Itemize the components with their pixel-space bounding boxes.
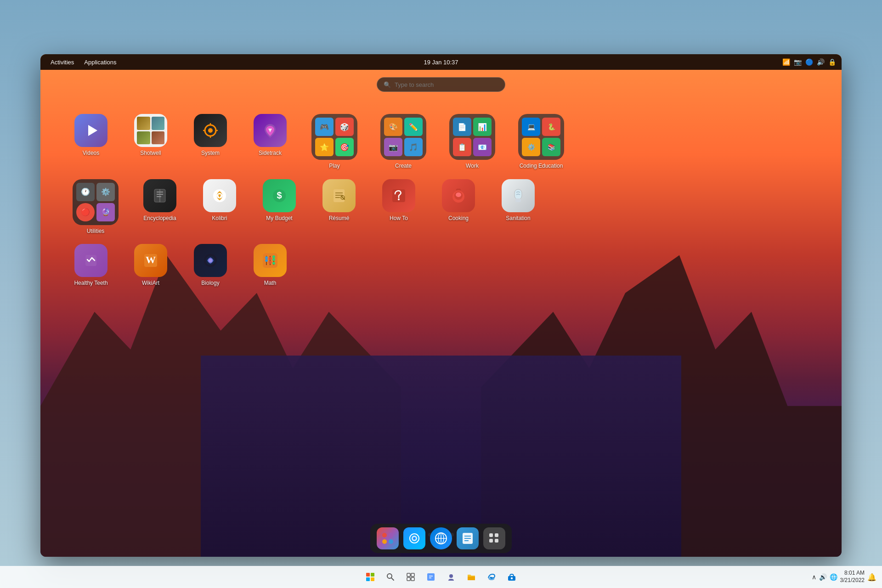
applications-menu[interactable]: Applications — [79, 57, 121, 68]
dock-notes[interactable] — [457, 527, 479, 549]
app-grid: Videos Shotwell — [40, 105, 842, 520]
app-sidetrack[interactable]: Sidetrack — [247, 114, 293, 157]
app-create[interactable]: 🎨 ✏️ 📷 🎵 Create — [376, 114, 431, 170]
notification-icon[interactable]: 🔔 — [867, 573, 876, 582]
app-videos[interactable]: Videos — [68, 114, 114, 157]
gnome-topbar-center: 19 Jan 10:37 — [424, 59, 458, 66]
svg-rect-72 — [411, 573, 414, 577]
app-resume[interactable]: Résumé — [316, 179, 362, 222]
app-howto[interactable]: How To — [376, 179, 422, 222]
app-play[interactable]: 🎮 🎲 ⭐ 🎯 Play — [307, 114, 362, 170]
search-bar[interactable]: 🔍 — [377, 77, 505, 92]
svg-point-27 — [398, 198, 400, 200]
taskbar-volume: 🔊 — [819, 573, 827, 581]
app-cooking-label: Cooking — [448, 215, 469, 222]
svg-point-52 — [382, 539, 387, 544]
app-healthyteeth[interactable]: Healthy Teeth — [68, 244, 114, 287]
app-sanitation-label: Sanitation — [506, 215, 530, 222]
app-howto-label: How To — [390, 215, 408, 222]
bluetooth-icon: 🔵 — [805, 58, 813, 66]
svg-rect-65 — [489, 533, 493, 537]
svg-point-80 — [491, 577, 492, 579]
search-container: 🔍 — [377, 77, 505, 92]
gnome-topbar: Activities Applications 19 Jan 10:37 📶 📷… — [40, 54, 842, 70]
taskbar-search[interactable] — [381, 568, 400, 586]
taskbar: ∧ 🔊 🌐 8:01 AM 3/21/2022 🔔 — [0, 566, 882, 588]
app-wikiart-label: WikiArt — [142, 280, 159, 287]
app-system-label: System — [201, 150, 220, 157]
app-play-label: Play — [329, 163, 339, 170]
dock-grid[interactable] — [483, 527, 505, 549]
app-kolibri[interactable]: Kolibri — [197, 179, 243, 222]
dock-plasma[interactable] — [403, 527, 425, 549]
app-sidetrack-label: Sidetrack — [259, 150, 282, 157]
dock — [370, 524, 512, 553]
app-math-label: Math — [264, 280, 277, 287]
svg-rect-74 — [411, 577, 414, 581]
svg-rect-79 — [468, 577, 475, 580]
svg-point-30 — [456, 192, 461, 197]
svg-point-51 — [389, 533, 393, 537]
svg-line-70 — [391, 578, 394, 580]
svg-point-49 — [272, 262, 275, 265]
app-coding-education[interactable]: 💻 🐍 ⚙️ 📚 Coding Education — [514, 114, 569, 170]
lock-icon: 🔒 — [828, 58, 836, 66]
app-math[interactable]: Math — [247, 244, 293, 287]
explorer-button[interactable] — [462, 568, 481, 586]
app-work-label: Work — [466, 163, 479, 170]
app-utilities-label: Utilities — [87, 228, 105, 235]
svg-point-47 — [272, 255, 275, 258]
svg-text:W: W — [146, 254, 156, 266]
app-biology-label: Biology — [201, 280, 219, 287]
chat-button[interactable] — [442, 568, 460, 586]
svg-point-43 — [265, 256, 268, 259]
app-shotwell[interactable]: Shotwell — [128, 114, 174, 157]
volume-icon: 🔊 — [817, 58, 825, 66]
start-button[interactable] — [361, 568, 379, 586]
app-mybudget-label: My Budget — [266, 215, 292, 222]
svg-rect-67 — [489, 539, 493, 543]
taskbar-system-icons[interactable]: ∧ 🔊 🌐 — [812, 573, 837, 581]
app-cooking[interactable]: Cooking — [435, 179, 481, 222]
app-videos-label: Videos — [83, 150, 99, 157]
activities-menu[interactable]: Activities — [46, 57, 79, 68]
svg-point-45 — [269, 257, 271, 260]
taskbar-right: ∧ 🔊 🌐 8:01 AM 3/21/2022 🔔 — [812, 570, 876, 584]
taskview-button[interactable] — [401, 568, 420, 586]
camera-icon: 📷 — [794, 58, 802, 66]
search-icon: 🔍 — [384, 81, 391, 88]
taskbar-network: 🌐 — [830, 573, 837, 581]
widgets-button[interactable] — [422, 568, 440, 586]
app-biology[interactable]: Biology — [187, 244, 233, 287]
dock-appstore[interactable] — [377, 527, 399, 549]
svg-text:$: $ — [277, 190, 282, 200]
taskbar-clock[interactable]: 8:01 AM 3/21/2022 — [840, 570, 865, 584]
app-row-1: Videos Shotwell — [68, 114, 814, 170]
app-shotwell-label: Shotwell — [140, 150, 161, 157]
app-utilities[interactable]: 🕐 ⚙️ 🔴 🔮 Utilities — [68, 179, 123, 235]
svg-rect-68 — [495, 539, 498, 543]
app-sanitation[interactable]: Sanitation — [495, 179, 541, 222]
app-wikiart[interactable]: W WikiArt — [128, 244, 174, 287]
app-row-3: Healthy Teeth W WikiArt — [68, 244, 814, 287]
svg-rect-66 — [495, 533, 498, 537]
app-kolibri-label: Kolibri — [212, 215, 227, 222]
app-create-label: Create — [395, 163, 412, 170]
svg-rect-32 — [515, 198, 521, 202]
edge-button[interactable] — [482, 568, 501, 586]
svg-marker-6 — [88, 125, 97, 136]
svg-rect-82 — [511, 577, 513, 579]
svg-rect-71 — [407, 573, 410, 577]
search-input[interactable] — [395, 81, 498, 88]
wifi-icon: 📶 — [782, 58, 790, 66]
store-button[interactable] — [503, 568, 521, 586]
app-encyclopedia[interactable]: Encyclopedia — [137, 179, 183, 222]
app-work[interactable]: 📄 📊 📋 📧 Work — [445, 114, 500, 170]
svg-point-78 — [449, 574, 453, 578]
app-mybudget[interactable]: $ My Budget — [256, 179, 302, 222]
dock-browser[interactable] — [430, 527, 452, 549]
taskbar-center — [361, 568, 521, 586]
app-row-2: 🕐 ⚙️ 🔴 🔮 Utilities — [68, 179, 814, 235]
app-system[interactable]: System — [187, 114, 233, 157]
svg-point-8 — [208, 128, 213, 133]
